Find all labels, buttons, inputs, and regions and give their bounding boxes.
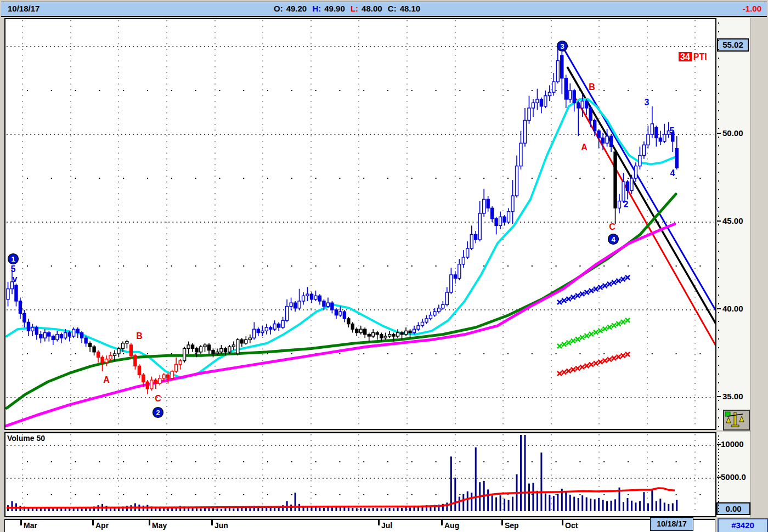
candle	[72, 327, 75, 338]
volume-bar	[196, 508, 197, 511]
candle	[23, 310, 26, 327]
candle	[84, 336, 87, 347]
volume-bar	[549, 495, 550, 511]
candle	[659, 131, 662, 145]
volume-bar	[643, 492, 645, 511]
price-axis-tick	[718, 145, 719, 146]
candle	[257, 327, 259, 336]
candle	[208, 343, 211, 354]
candle	[335, 308, 337, 319]
volume-bar	[602, 500, 604, 511]
candle	[516, 155, 518, 197]
volume-bar	[586, 497, 588, 511]
volume-axis-tick	[718, 442, 719, 443]
candle	[639, 146, 641, 169]
volume-bar	[471, 493, 472, 511]
candle	[331, 301, 334, 313]
candle	[421, 319, 423, 327]
candle	[470, 225, 473, 250]
price-axis-tick	[718, 251, 719, 252]
volume-bar	[319, 507, 320, 511]
price-axis-label: 40.00	[722, 304, 743, 313]
svg-text:1: 1	[11, 255, 15, 263]
candle	[39, 331, 42, 343]
price-axis-tick	[718, 66, 719, 67]
price-axis-tick	[718, 321, 719, 322]
volume-bar	[492, 495, 493, 511]
candle	[351, 322, 354, 332]
price-axis-tick	[718, 101, 719, 103]
volume-axis-tick	[718, 465, 719, 466]
price-axis[interactable]: 55.02 50.0045.0040.0035.00	[716, 18, 750, 430]
price-chart-canvas[interactable]: 15vABC23BAC42354	[5, 19, 715, 429]
volume-bar	[676, 500, 677, 511]
volume-bar	[381, 508, 382, 511]
price-axis-tick	[718, 338, 719, 339]
candle	[569, 83, 572, 103]
candle	[171, 370, 173, 380]
right-scroll-strip[interactable]	[750, 18, 768, 517]
title-bar: 10/18/17 O:49.20 H:49.90 L:48.00 C:48.10…	[1, 2, 767, 17]
volume-bar	[237, 508, 239, 511]
candle	[663, 124, 666, 143]
high-label: H:	[312, 4, 321, 13]
candle	[175, 357, 178, 373]
candle	[286, 299, 289, 322]
volume-bar	[659, 499, 661, 511]
close-value: 48.10	[400, 4, 421, 13]
volume-bar	[532, 483, 534, 511]
date-axis[interactable]: MarAprMayJunJulAugSepOct	[4, 519, 715, 532]
candle	[499, 212, 502, 229]
candle	[134, 354, 137, 370]
candle	[647, 126, 650, 149]
volume-bar	[204, 508, 206, 511]
candle	[483, 189, 485, 217]
price-axis-tick	[718, 110, 719, 111]
volume-axis-label: 10000	[721, 439, 744, 449]
month-tick	[501, 520, 503, 525]
volume-axis-tick	[718, 452, 719, 453]
candle	[150, 377, 153, 391]
candle	[347, 317, 350, 327]
month-label: May	[152, 521, 167, 530]
volume-bar	[459, 497, 460, 511]
price-axis-tick-major	[717, 133, 721, 134]
price-axis-tick	[718, 163, 719, 164]
svg-text:2: 2	[156, 409, 160, 417]
candle	[43, 329, 46, 341]
volume-chart-canvas[interactable]	[5, 433, 715, 516]
candle	[577, 101, 580, 136]
volume-pane[interactable]: Volume 50	[4, 432, 716, 517]
scales-icon[interactable]	[723, 410, 750, 431]
volume-bar	[331, 507, 333, 511]
candle	[528, 96, 530, 124]
volume-bar	[11, 501, 13, 511]
volume-zero-marker: 0.00	[716, 502, 750, 515]
price-chart-pane[interactable]: 15vABC23BAC42354	[4, 18, 716, 430]
candle	[281, 317, 284, 329]
candle	[519, 131, 522, 169]
wave-label: 2	[624, 200, 629, 209]
volume-bar	[504, 499, 505, 511]
volume-bar	[524, 435, 526, 511]
volume-bar	[545, 494, 546, 511]
price-axis-tick	[718, 242, 719, 243]
volume-bar	[356, 508, 358, 511]
candle	[117, 347, 120, 357]
volume-bar	[578, 498, 579, 511]
price-axis-tick	[718, 373, 719, 375]
price-axis-tick	[718, 93, 719, 94]
volume-bar	[389, 508, 391, 511]
volume-bar	[229, 508, 230, 511]
candle	[478, 201, 481, 242]
volume-axis[interactable]: 0.00 100005000.0	[716, 432, 750, 517]
volume-bar	[372, 508, 374, 511]
candle	[310, 292, 313, 303]
volume-bar	[537, 491, 538, 511]
candle	[651, 106, 653, 138]
volume-bar	[553, 496, 555, 511]
symbol-number-box[interactable]: #3420	[718, 518, 768, 532]
candle	[532, 99, 534, 117]
pti-label: PTI	[693, 52, 707, 61]
volume-axis-tick-major	[717, 444, 721, 445]
